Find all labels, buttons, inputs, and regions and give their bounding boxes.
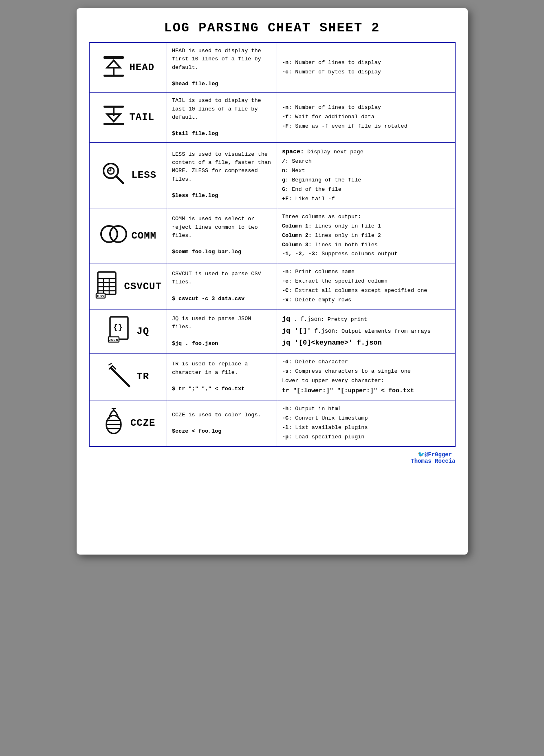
cmd-jq: $jq . foo.json <box>172 340 218 347</box>
csvcut-label: CSVCUT <box>124 281 162 292</box>
icon-label-jq: {} JSON JQ <box>95 315 162 347</box>
opts-cell-tail: -n: Number of lines to display-f: Wait f… <box>277 93 455 142</box>
opt-tr-1: -d: Delete character <box>282 359 348 365</box>
icon-cell-csvcut: CSV CSVCUT <box>89 263 167 309</box>
icon-label-tr: TR <box>95 362 162 391</box>
opt-csvcut-0: -n: Print columns name <box>282 269 355 275</box>
icon-cell-jq: {} JSON JQ <box>89 309 167 354</box>
icon-label-csvcut: CSV CSVCUT <box>95 270 162 302</box>
tr-label: TR <box>137 371 149 382</box>
comm-label: COMM <box>131 230 156 241</box>
opts-cell-ccze: -h: Output in html-C: Convert Unix times… <box>277 400 455 447</box>
opt-tail-1: -f: Wait for additional data <box>282 114 374 120</box>
icon-label-comm: COMM <box>95 221 162 251</box>
icon-label-ccze: CCZE <box>95 407 162 439</box>
opt-less-5: G: End of the file <box>282 186 341 192</box>
cmd-csvcut: $ csvcut -c 3 data.csv <box>172 296 244 302</box>
opt-tr-2: -s: Compress characters to a single one <box>282 368 411 374</box>
icon-cell-less: LESS <box>89 142 167 208</box>
opt-less-6: +F: Like tail -f <box>282 196 335 202</box>
opt-ccze-1: -C: Convert Unix timestamp <box>282 415 368 421</box>
icon-cell-tr: TR <box>89 353 167 400</box>
opt-jq-3: jq '[0]<keyname>' f.json <box>282 339 382 347</box>
desc-cell-tail: TAIL is used to display the last 10 line… <box>167 93 277 142</box>
opt-comm-0: Three columns as output: <box>282 214 361 220</box>
ccze-label: CCZE <box>130 418 156 429</box>
less-label: LESS <box>131 170 156 181</box>
svg-line-31 <box>109 363 112 365</box>
svg-marker-1 <box>107 60 120 68</box>
opt-csvcut-1: -c: Extract the specified column <box>282 278 388 284</box>
icon-cell-head: HEAD <box>89 42 167 93</box>
svg-rect-3 <box>104 75 124 77</box>
opt-tr-4: tr "[:lower:]" "[:upper:]" < foo.txt <box>282 387 414 394</box>
opt-less-4: g: Beginning of the file <box>282 177 361 183</box>
opt-comm-4: -1, -2, -3: Suppress columns output <box>282 251 398 257</box>
desc-cell-tr: TR is used to replace a character in a f… <box>167 353 277 400</box>
author-name: Thomas Roccia <box>411 458 455 464</box>
desc-cell-ccze: CCZE is used to color logs.$ccze < foo.l… <box>167 400 277 447</box>
csvcut-icon: CSV <box>95 270 121 302</box>
twitter-icon: 🐦 <box>418 451 425 458</box>
page: Log Parsing Cheat Sheet 2 HEADHEAD is us… <box>77 8 468 555</box>
tail-icon <box>101 104 126 130</box>
desc-cell-csvcut: CSVCUT is used to parse CSV files.$ csvc… <box>167 263 277 309</box>
opt-ccze-2: -l: List available plugins <box>282 424 368 431</box>
cmd-head: $head file.log <box>172 81 218 87</box>
desc-text-tail: TAIL is used to display the last 10 line… <box>172 97 261 120</box>
desc-cell-jq: JQ is used to parse JSON files.$jq . foo… <box>167 309 277 354</box>
opts-cell-comm: Three columns as output: Column 1: lines… <box>277 208 455 263</box>
tail-label: TAIL <box>129 112 154 123</box>
opt-csvcut-2: -C: Extract all columns except specified… <box>282 287 427 294</box>
opt-comm-1: Column 1: lines only in file 1 <box>282 223 381 229</box>
svg-rect-0 <box>104 56 124 59</box>
svg-text:{}: {} <box>113 323 123 332</box>
desc-text-ccze: CCZE is used to color logs. <box>172 412 261 418</box>
cmd-tail: $tail file.log <box>172 130 218 137</box>
opt-ccze-0: -h: Output in html <box>282 406 341 412</box>
opt-less-1: space: Display next page <box>282 149 363 155</box>
icon-cell-comm: COMM <box>89 208 167 263</box>
opt-jq-1: jq . f.json: Pretty print <box>282 316 367 323</box>
svg-rect-4 <box>104 106 124 108</box>
opts-cell-tr: -d: Delete character -s: Compress charac… <box>277 353 455 400</box>
svg-line-12 <box>116 176 123 183</box>
icon-cell-tail: TAIL <box>89 93 167 142</box>
svg-line-28 <box>111 368 129 386</box>
opt-comm-3: Column 3: lines in both files <box>282 242 378 248</box>
jq-icon: {} JSON <box>107 315 133 347</box>
desc-text-head: HEAD is used to display the first 10 lin… <box>172 48 261 71</box>
footer: 🐦 @Fr0gger_ Thomas Roccia <box>89 451 456 464</box>
svg-rect-7 <box>104 123 124 125</box>
comm-icon <box>99 221 128 251</box>
desc-text-less: LESS is used to visualize the content of… <box>172 151 271 182</box>
ccze-icon <box>101 407 127 439</box>
cmd-comm: $comm foo.log bar.log <box>172 249 241 255</box>
desc-text-jq: JQ is used to parse JSON files. <box>172 316 251 330</box>
opt-less-3: n: Next <box>282 168 305 174</box>
icon-label-less: LESS <box>95 159 162 191</box>
cmd-less: $less file.log <box>172 192 218 199</box>
desc-text-comm: COMM is used to select or reject lines c… <box>172 216 258 239</box>
desc-text-tr: TR is used to replace a character in a f… <box>172 361 248 375</box>
opts-cell-less: space: Display next page /: Search n: Ne… <box>277 142 455 208</box>
cmd-tr: $ tr ";" "," < foo.txt <box>172 386 244 392</box>
less-icon <box>99 159 128 191</box>
tr-icon <box>107 362 133 391</box>
svg-text:CSV: CSV <box>97 294 105 298</box>
head-icon <box>101 55 126 80</box>
opt-comm-2: Column 2: lines only in file 2 <box>282 232 381 239</box>
desc-cell-comm: COMM is used to select or reject lines c… <box>167 208 277 263</box>
desc-cell-head: HEAD is used to display the first 10 lin… <box>167 42 277 93</box>
opts-cell-csvcut: -n: Print columns name-c: Extract the sp… <box>277 263 455 309</box>
icon-label-tail: TAIL <box>95 104 162 130</box>
opt-less-2: /: Search <box>282 158 312 164</box>
main-table: HEADHEAD is used to display the first 10… <box>89 42 456 447</box>
twitter-handle: 🐦 @Fr0gger_ <box>418 451 456 458</box>
icon-label-head: HEAD <box>95 55 162 80</box>
opt-csvcut-3: -x: Delete empty rows <box>282 297 351 303</box>
desc-cell-less: LESS is used to visualize the content of… <box>167 142 277 208</box>
head-label: HEAD <box>129 62 154 73</box>
opt-ccze-3: -p: Load specified plugin <box>282 434 365 440</box>
page-title: Log Parsing Cheat Sheet 2 <box>89 20 456 35</box>
